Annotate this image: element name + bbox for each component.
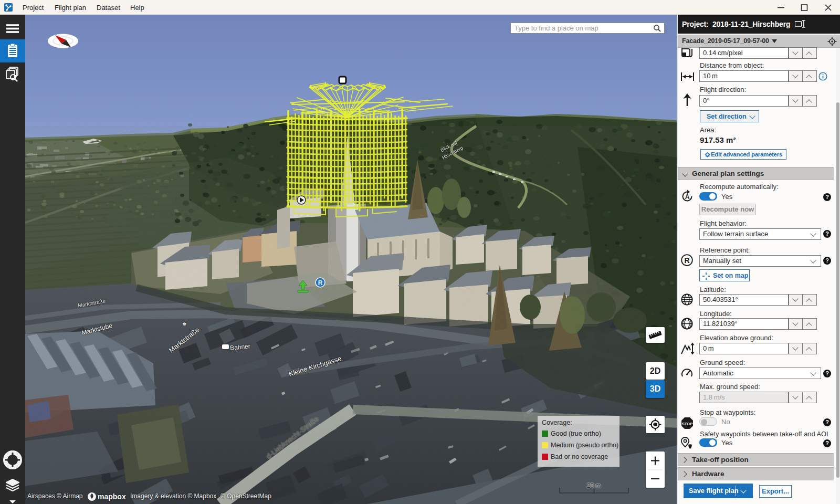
svg-text:A: A bbox=[685, 193, 690, 201]
svg-text:STOP: STOP bbox=[682, 422, 692, 426]
svg-text:mapbox: mapbox bbox=[98, 492, 126, 501]
svg-text:R: R bbox=[684, 256, 689, 265]
